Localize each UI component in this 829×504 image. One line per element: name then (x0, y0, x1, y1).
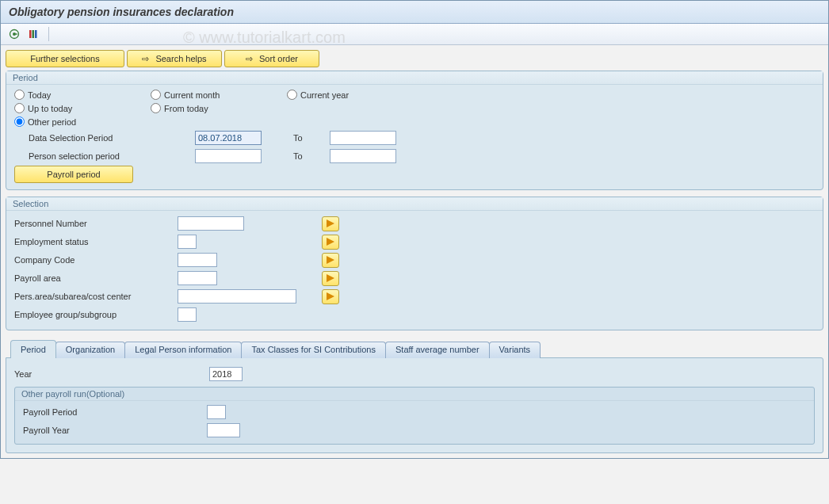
sort-order-button[interactable]: ⇨ Sort order (224, 50, 319, 67)
radio-current-year[interactable]: Current year (287, 90, 374, 100)
svg-rect-5 (35, 30, 37, 38)
employee-group-input[interactable] (178, 307, 197, 322)
company-code-label: Company Code (14, 255, 173, 265)
employment-status-label: Employment status (14, 237, 173, 246)
svg-marker-8 (327, 256, 334, 264)
payroll-area-input[interactable] (178, 271, 217, 285)
data-selection-period-label: Data Selection Period (14, 133, 190, 143)
tab-panel-period: Year Other payroll run(Optional) Payroll… (6, 357, 823, 453)
to-label: To (293, 133, 325, 143)
radio-current-month[interactable]: Current month (151, 90, 277, 100)
employee-group-label: Employee group/subgroup (14, 310, 173, 319)
selection-group: Selection Personnel Number Employment st… (6, 197, 823, 330)
year-input[interactable] (209, 367, 243, 381)
to-label: To (293, 151, 325, 161)
personnel-number-input[interactable] (178, 216, 244, 231)
payroll-period-label: Payroll Period (23, 407, 202, 417)
tab-tax-classes[interactable]: Tax Classes for SI Contributions (241, 342, 386, 358)
period-group: Period Today Current month Current year … (6, 71, 823, 190)
other-payroll-title: Other payroll run(Optional) (15, 388, 814, 401)
data-selection-to-input[interactable] (330, 131, 396, 145)
search-helps-button[interactable]: ⇨ Search helps (127, 50, 222, 67)
further-selections-button[interactable]: Further selections (6, 50, 124, 67)
radio-up-to-today[interactable]: Up to today (14, 103, 141, 113)
execute-icon[interactable] (7, 27, 21, 41)
arrow-right-icon: ⇨ (246, 54, 253, 64)
person-selection-period-label: Person selection period (14, 151, 190, 161)
radio-today[interactable]: Today (14, 90, 141, 100)
multi-select-button[interactable] (322, 235, 339, 250)
tab-variants[interactable]: Variants (489, 342, 541, 358)
radio-from-today[interactable]: From today (151, 103, 277, 113)
tab-organization[interactable]: Organization (55, 342, 125, 358)
main-toolbar (1, 24, 828, 45)
multi-select-button[interactable] (322, 271, 339, 286)
year-label: Year (14, 369, 204, 379)
person-selection-to-input[interactable] (330, 149, 396, 163)
payroll-period-button[interactable]: Payroll period (14, 166, 133, 183)
company-code-input[interactable] (178, 253, 217, 267)
multi-select-button[interactable] (322, 253, 339, 268)
svg-marker-7 (327, 238, 334, 246)
data-selection-from-input[interactable] (195, 131, 262, 145)
pers-area-label: Pers.area/subarea/cost center (14, 292, 173, 301)
svg-marker-9 (327, 274, 334, 282)
tab-period[interactable]: Period (10, 340, 56, 358)
svg-marker-10 (327, 292, 334, 300)
page-title: Obligatory pension insurances declaratio… (1, 1, 828, 24)
payroll-year-label: Payroll Year (23, 426, 202, 435)
svg-rect-4 (32, 30, 35, 38)
radio-other-period[interactable]: Other period (14, 116, 141, 127)
multi-select-button[interactable] (322, 289, 339, 304)
payroll-period-input[interactable] (207, 405, 226, 419)
other-payroll-group: Other payroll run(Optional) Payroll Peri… (14, 387, 815, 445)
employment-status-input[interactable] (178, 235, 197, 249)
svg-marker-6 (327, 220, 334, 227)
variant-icon[interactable] (26, 27, 40, 41)
arrow-right-icon: ⇨ (142, 54, 149, 64)
tab-strip: Period Organization Legal Person informa… (6, 340, 823, 358)
payroll-area-label: Payroll area (14, 273, 173, 283)
toolbar-separator (48, 27, 49, 41)
payroll-year-input[interactable] (207, 423, 240, 437)
multi-select-button[interactable] (322, 216, 339, 231)
tab-legal-person[interactable]: Legal Person information (124, 342, 242, 358)
selection-group-title: Selection (6, 197, 823, 211)
period-group-title: Period (6, 71, 823, 85)
svg-rect-3 (29, 30, 32, 38)
pers-area-input[interactable] (178, 289, 296, 304)
tab-staff-avg[interactable]: Staff average number (385, 342, 490, 358)
person-selection-from-input[interactable] (195, 149, 262, 163)
personnel-number-label: Personnel Number (14, 219, 173, 228)
